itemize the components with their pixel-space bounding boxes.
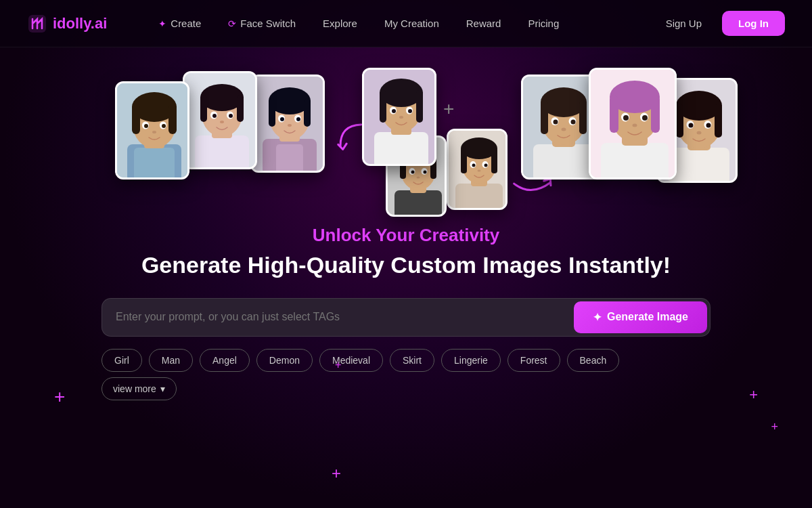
nav-item-create[interactable]: ✦ Create bbox=[148, 12, 212, 35]
svg-point-24 bbox=[229, 114, 233, 118]
chevron-down-icon: ▾ bbox=[160, 383, 165, 394]
nav-label-reward: Reward bbox=[466, 18, 501, 29]
svg-point-85 bbox=[571, 120, 576, 125]
generate-sparkle-icon: ✦ bbox=[593, 311, 602, 324]
svg-point-60 bbox=[411, 171, 415, 174]
svg-point-98 bbox=[633, 124, 637, 127]
tags-section: Girl Man Angel Demon Medieval Skirt Ling… bbox=[102, 349, 710, 372]
portrait-card-right-2 bbox=[589, 68, 677, 179]
nav-label-explore: Explore bbox=[323, 18, 357, 29]
nav-item-my-creation[interactable]: My Creation bbox=[374, 12, 450, 35]
tag-forest[interactable]: Forest bbox=[508, 349, 560, 372]
svg-point-110 bbox=[697, 131, 702, 135]
svg-rect-69 bbox=[491, 148, 497, 173]
svg-rect-19 bbox=[200, 95, 207, 122]
logo-icon bbox=[27, 14, 47, 34]
svg-rect-104 bbox=[676, 104, 683, 137]
tag-demon[interactable]: Demon bbox=[256, 349, 313, 372]
tag-beach[interactable]: Beach bbox=[567, 349, 620, 372]
svg-point-62 bbox=[417, 177, 420, 179]
svg-point-84 bbox=[554, 120, 558, 125]
portrait-card-left-2 bbox=[183, 71, 257, 169]
nav-label-create: Create bbox=[171, 18, 201, 29]
nav-label-pricing: Pricing bbox=[528, 18, 559, 29]
tag-girl[interactable]: Girl bbox=[102, 349, 142, 372]
create-icon: ✦ bbox=[158, 18, 166, 29]
svg-point-96 bbox=[623, 115, 629, 121]
svg-point-109 bbox=[706, 123, 711, 128]
svg-rect-76 bbox=[533, 144, 594, 179]
nav-label-my-creation: My Creation bbox=[384, 18, 439, 29]
navbar: idolly.ai ✦ Create ⟳ Face Switch Explore… bbox=[0, 0, 812, 47]
svg-rect-32 bbox=[269, 98, 275, 127]
svg-point-86 bbox=[562, 128, 566, 131]
svg-point-61 bbox=[424, 171, 427, 174]
svg-rect-81 bbox=[579, 100, 587, 134]
nav-item-explore[interactable]: Explore bbox=[312, 12, 368, 35]
nav-links: ✦ Create ⟳ Face Switch Explore My Creati… bbox=[148, 12, 653, 35]
collage: + bbox=[102, 61, 710, 217]
svg-point-37 bbox=[296, 117, 300, 121]
tag-medieval[interactable]: Medieval bbox=[319, 349, 383, 372]
deco-plus-3: + bbox=[771, 420, 778, 434]
generate-button[interactable]: ✦ Generate Image bbox=[574, 301, 707, 333]
svg-rect-45 bbox=[416, 90, 423, 123]
nav-item-reward[interactable]: Reward bbox=[455, 12, 512, 35]
svg-rect-8 bbox=[168, 104, 177, 134]
svg-point-38 bbox=[288, 124, 292, 127]
svg-point-25 bbox=[220, 121, 224, 123]
svg-point-73 bbox=[484, 164, 488, 167]
nav-item-pricing[interactable]: Pricing bbox=[517, 12, 570, 35]
svg-point-74 bbox=[478, 170, 481, 172]
svg-point-97 bbox=[642, 115, 648, 121]
svg-point-11 bbox=[144, 124, 148, 128]
portrait-card-center-1 bbox=[362, 68, 436, 166]
view-more-label: view more bbox=[113, 383, 156, 394]
portrait-card-left-3 bbox=[250, 75, 325, 173]
svg-rect-15 bbox=[195, 135, 249, 169]
svg-point-48 bbox=[392, 109, 396, 113]
svg-rect-64 bbox=[455, 184, 503, 210]
logo-text: idolly.ai bbox=[53, 15, 107, 33]
svg-point-36 bbox=[280, 117, 284, 121]
svg-rect-33 bbox=[304, 98, 311, 127]
nav-item-face-switch[interactable]: ⟳ Face Switch bbox=[217, 12, 307, 35]
plus-combine-icon: + bbox=[443, 98, 454, 120]
headline-text: Generate High-Quality Custom Images Inst… bbox=[141, 251, 671, 279]
deco-plus-4: + bbox=[332, 464, 341, 483]
svg-rect-80 bbox=[541, 100, 548, 134]
svg-rect-105 bbox=[715, 104, 722, 137]
face-switch-icon: ⟳ bbox=[228, 18, 236, 29]
portrait-card-left-1 bbox=[115, 81, 189, 179]
portrait-card-center-3 bbox=[447, 129, 508, 210]
hero-section: + bbox=[0, 47, 812, 400]
view-more-button[interactable]: view more ▾ bbox=[102, 377, 177, 400]
svg-point-13 bbox=[152, 131, 156, 133]
prompt-bar: ✦ Generate Image bbox=[102, 298, 710, 337]
nav-label-face-switch: Face Switch bbox=[240, 18, 296, 29]
svg-point-50 bbox=[399, 116, 403, 119]
svg-point-72 bbox=[472, 164, 476, 167]
generate-label: Generate Image bbox=[607, 311, 688, 323]
svg-rect-3 bbox=[134, 148, 175, 179]
svg-rect-20 bbox=[237, 95, 244, 122]
tag-skirt[interactable]: Skirt bbox=[390, 349, 434, 372]
svg-point-12 bbox=[162, 124, 166, 128]
tag-angel[interactable]: Angel bbox=[200, 349, 250, 372]
svg-point-23 bbox=[212, 114, 217, 118]
svg-rect-40 bbox=[374, 132, 428, 166]
tag-lingerie[interactable]: Lingerie bbox=[441, 349, 501, 372]
logo[interactable]: idolly.ai bbox=[27, 14, 107, 34]
svg-rect-7 bbox=[132, 104, 140, 134]
login-button[interactable]: Log In bbox=[722, 11, 785, 36]
svg-rect-92 bbox=[610, 96, 618, 133]
tag-man[interactable]: Man bbox=[149, 349, 193, 372]
svg-rect-100 bbox=[669, 148, 729, 183]
headline: Unlock Your Creativity Generate High-Qua… bbox=[141, 225, 671, 279]
svg-rect-68 bbox=[461, 148, 467, 173]
svg-rect-52 bbox=[394, 190, 442, 217]
signup-button[interactable]: Sign Up bbox=[654, 12, 714, 35]
prompt-input[interactable] bbox=[116, 301, 574, 333]
prompt-section: ✦ Generate Image Girl Man Angel Demon Me… bbox=[102, 298, 710, 400]
nav-right: Sign Up Log In bbox=[654, 11, 785, 36]
